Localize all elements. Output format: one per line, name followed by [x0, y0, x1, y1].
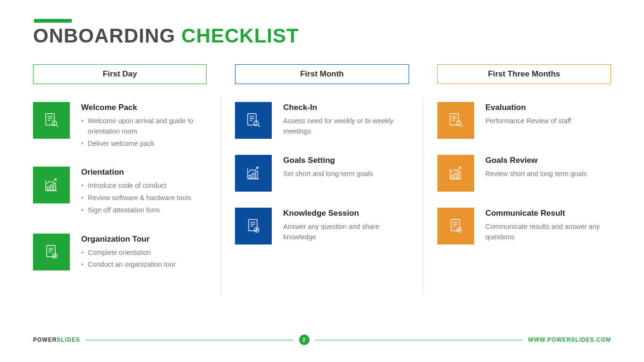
- item-title: Knowledge Session: [283, 209, 409, 218]
- footer-brand: POWERSLIDES: [33, 337, 80, 343]
- slide: ONBOARDING CHECKLIST First DayWelcome Pa…: [0, 0, 644, 288]
- item-bullet: Review software & hardware tools: [81, 193, 207, 203]
- item-body: Communicate ResultCommunicate results an…: [485, 208, 611, 243]
- checklist-item: Communicate ResultCommunicate results an…: [437, 208, 611, 244]
- item-title: Goals Setting: [283, 156, 409, 165]
- chart-up-icon: [437, 155, 474, 192]
- item-body: Organization TourComplete orientationCon…: [81, 234, 207, 272]
- item-body: EvaluationPerformance Review of staff: [485, 102, 611, 126]
- column-orange: First Three MonthsEvaluationPerformance …: [437, 64, 611, 288]
- doc-x-icon: [33, 234, 70, 270]
- doc-search-icon: [437, 102, 474, 139]
- item-description: Assess need for weekly or bi-weekly meet…: [283, 116, 409, 137]
- footer-brand-part2: SLIDES: [57, 337, 80, 343]
- footer-line-right: [315, 340, 523, 340]
- item-body: OrientationIntroduce code of conductRevi…: [81, 167, 207, 217]
- checklist-item: Goals ReviewReview short and long term g…: [437, 155, 611, 192]
- item-description: Answer any question and share knowledge: [283, 222, 409, 243]
- item-bullet: Conduct an organization tour: [81, 260, 207, 270]
- item-title: Organization Tour: [81, 235, 207, 244]
- item-bullet: Introduce code of conduct: [81, 181, 207, 191]
- item-description: Communicate results and answer any quest…: [485, 222, 611, 243]
- item-description: Review short and long term goals: [485, 169, 611, 179]
- item-description: Set short and long-term goals: [283, 169, 409, 179]
- chart-up-icon: [235, 155, 272, 192]
- column-header: First Month: [235, 64, 409, 84]
- column-header: First Three Months: [437, 64, 611, 84]
- doc-x-icon: [235, 208, 272, 244]
- checklist-item: Check-InAssess need for weekly or bi-wee…: [235, 102, 409, 139]
- title-accent-bar: [34, 19, 72, 23]
- page-title: ONBOARDING CHECKLIST: [33, 25, 611, 47]
- page-number: 2: [299, 335, 309, 345]
- columns-container: First DayWelcome PackWelcome upon arriva…: [33, 64, 611, 288]
- item-description: Welcome upon arrival and guide to orient…: [81, 116, 207, 149]
- item-title: Goals Review: [485, 156, 611, 165]
- item-bullet: Welcome upon arrival and guide to orient…: [81, 116, 207, 137]
- item-bullet: Deliver welcome pack: [81, 139, 207, 149]
- column-blue: First MonthCheck-InAssess need for weekl…: [235, 64, 409, 288]
- footer-line-left: [86, 340, 293, 340]
- item-body: Goals SettingSet short and long-term goa…: [283, 155, 409, 179]
- checklist-item: OrientationIntroduce code of conductRevi…: [33, 167, 207, 217]
- item-description: Introduce code of conductReview software…: [81, 181, 207, 215]
- slide-footer: POWERSLIDES 2 WWW.POWERSLIDES.COM: [33, 335, 611, 345]
- item-body: Welcome PackWelcome upon arrival and gui…: [81, 102, 207, 151]
- doc-x-icon: [437, 208, 474, 244]
- item-title: Orientation: [81, 168, 207, 177]
- checklist-item: EvaluationPerformance Review of staff: [437, 102, 611, 139]
- footer-brand-part1: POWER: [33, 337, 57, 343]
- title-part-2: CHECKLIST: [181, 25, 299, 47]
- item-body: Check-InAssess need for weekly or bi-wee…: [283, 102, 409, 137]
- item-body: Knowledge SessionAnswer any question and…: [283, 208, 409, 243]
- item-bullet: Complete orientation: [81, 248, 207, 258]
- item-body: Goals ReviewReview short and long term g…: [485, 155, 611, 179]
- item-title: Check-In: [283, 103, 409, 112]
- checklist-item: Organization TourComplete orientationCon…: [33, 234, 207, 272]
- item-title: Communicate Result: [485, 209, 611, 218]
- item-description: Complete orientationConduct an organizat…: [81, 248, 207, 270]
- title-part-1: ONBOARDING: [33, 25, 181, 47]
- item-description: Performance Review of staff: [485, 116, 611, 126]
- doc-search-icon: [33, 102, 70, 139]
- doc-search-icon: [235, 102, 272, 139]
- column-header: First Day: [33, 64, 207, 84]
- footer-url: WWW.POWERSLIDES.COM: [528, 337, 611, 343]
- item-title: Evaluation: [485, 103, 611, 112]
- item-bullet: Sign off attestation form: [81, 205, 207, 216]
- item-title: Welcome Pack: [81, 103, 207, 112]
- checklist-item: Welcome PackWelcome upon arrival and gui…: [33, 102, 207, 151]
- chart-up-icon: [33, 167, 70, 203]
- checklist-item: Goals SettingSet short and long-term goa…: [235, 155, 409, 192]
- checklist-item: Knowledge SessionAnswer any question and…: [235, 208, 409, 244]
- column-green: First DayWelcome PackWelcome upon arriva…: [33, 64, 207, 288]
